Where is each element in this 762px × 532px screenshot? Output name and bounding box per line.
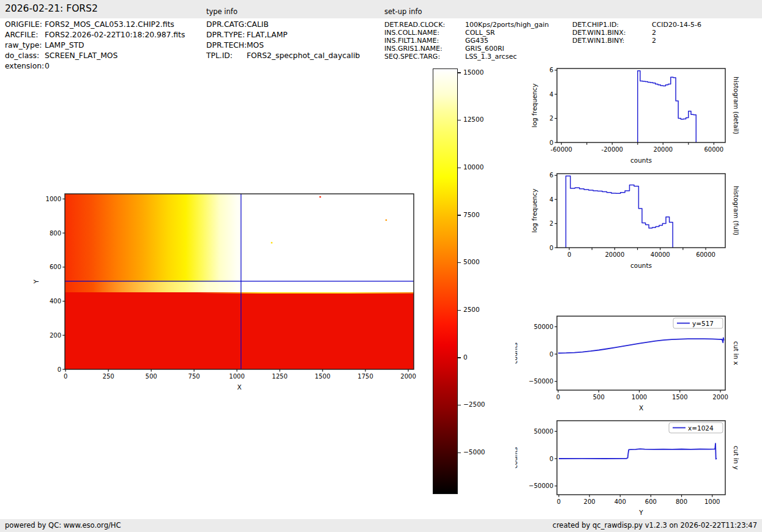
x-tick-label: 1250 bbox=[272, 373, 287, 380]
x-tick-label: 1000 bbox=[229, 373, 244, 380]
colorbar-tick bbox=[458, 310, 461, 311]
right-axis-label: cut in y bbox=[733, 446, 740, 470]
y-tick-label: 0 bbox=[58, 366, 61, 373]
x-tick-label: 0 bbox=[567, 251, 571, 258]
colorbar-tick bbox=[458, 405, 461, 405]
hot-pixel bbox=[319, 196, 321, 198]
footer-right: created by qc_rawdisp.py v1.2.3 on 2026-… bbox=[553, 521, 757, 530]
colorbar-tick-label: 15000 bbox=[463, 68, 484, 76]
x-tick-label: 800 bbox=[676, 498, 687, 505]
right-axis-label: histogram (detail) bbox=[733, 76, 740, 134]
colorbar-tick bbox=[458, 120, 461, 120]
footer-bar: powered by QC: www.eso.org/HC created by… bbox=[0, 519, 762, 532]
colorbar-tick-label: 10000 bbox=[463, 163, 484, 171]
x-tick-label: 60000 bbox=[696, 251, 715, 258]
x-tick-label: 40000 bbox=[651, 251, 670, 258]
y-tick-label: 0 bbox=[550, 245, 553, 251]
x-tick-label: 1500 bbox=[672, 394, 687, 401]
y-tick-label: 800 bbox=[50, 230, 61, 237]
main-image-plot: 0250500750100012501500175020000200400600… bbox=[23, 189, 432, 399]
colorbar-tick-label: 2500 bbox=[463, 306, 480, 313]
x-tick-label: 500 bbox=[593, 394, 605, 401]
x-tick-label: 2000 bbox=[400, 373, 416, 380]
legend-label: x=1024 bbox=[688, 424, 714, 432]
x-axis-label: X bbox=[237, 383, 241, 391]
y-tick-label: 50000 bbox=[534, 323, 553, 330]
hist-full-series bbox=[566, 176, 673, 248]
y-tick-label: 1000 bbox=[46, 196, 61, 202]
x-tick-label: 0 bbox=[556, 394, 560, 401]
x-tick-label: 2000 bbox=[712, 394, 728, 401]
colorbar-tick-label: 5000 bbox=[463, 258, 480, 265]
y-tick-label: −50000 bbox=[529, 378, 553, 385]
x-axis-label: Y bbox=[638, 509, 643, 516]
x-tick-label: 400 bbox=[614, 498, 626, 505]
x-tick-label: 600 bbox=[645, 498, 657, 505]
x-tick-label: 250 bbox=[103, 373, 114, 380]
hist-detail-series bbox=[638, 71, 697, 142]
y-axis-label: log frequency bbox=[531, 83, 538, 127]
x-tick-label: 60000 bbox=[704, 146, 723, 153]
colorbar-tick bbox=[458, 215, 461, 215]
cut-y-plot: 02004006008001000−50000050000Ycountscut … bbox=[515, 416, 744, 524]
colorbar-tick-label: 0 bbox=[463, 353, 468, 361]
legend-label: y=517 bbox=[692, 320, 714, 327]
colorbar-tick bbox=[458, 453, 461, 453]
x-tick-label: 750 bbox=[189, 373, 200, 380]
x-tick-label: -20000 bbox=[602, 146, 623, 153]
y-tick-label: −50000 bbox=[529, 482, 553, 489]
cut-y-series bbox=[559, 443, 717, 459]
x-tick-label: 1000 bbox=[632, 394, 647, 401]
colorbar-tick-label: 12500 bbox=[463, 116, 484, 123]
y-tick-label: 2 bbox=[550, 220, 553, 227]
hist-detail-plot: -60000-2000020000600000246countslog freq… bbox=[515, 64, 744, 172]
y-tick-label: 6 bbox=[550, 172, 553, 179]
x-axis-label: counts bbox=[630, 157, 652, 164]
x-tick-label: 20000 bbox=[605, 251, 624, 258]
right-axis-label: cut in x bbox=[733, 341, 740, 365]
x-tick-label: 20000 bbox=[653, 146, 673, 153]
y-axis-label: counts bbox=[515, 342, 518, 364]
colorbar-tick-label: −2500 bbox=[463, 401, 485, 408]
hot-pixel bbox=[386, 220, 387, 221]
y-tick-label: 6 bbox=[550, 67, 553, 73]
x-tick-label: -60000 bbox=[551, 146, 572, 153]
cut-x-plot: 0500100015002000−50000050000Xcountscut i… bbox=[515, 311, 744, 419]
y-tick-label: 600 bbox=[50, 264, 61, 270]
x-tick-label: 0 bbox=[557, 498, 561, 505]
y-axis-label: log frequency bbox=[531, 188, 538, 232]
x-tick-label: 200 bbox=[584, 498, 596, 505]
x-tick-label: 0 bbox=[64, 373, 67, 380]
y-tick-label: 400 bbox=[50, 298, 61, 305]
qc-report-page: 2026-02-21: FORS2 type info set-up info … bbox=[0, 0, 762, 532]
y-tick-label: 4 bbox=[550, 196, 553, 203]
colorbar-tick bbox=[458, 357, 461, 358]
colorbar-tick-label: −5000 bbox=[463, 448, 485, 456]
y-tick-label: 0 bbox=[550, 456, 553, 462]
colorbar bbox=[433, 68, 458, 494]
x-tick-label: 1750 bbox=[357, 373, 373, 380]
x-tick-label: 1000 bbox=[704, 498, 720, 505]
y-tick-label: 0 bbox=[550, 351, 553, 358]
footer-left: powered by QC: www.eso.org/HC bbox=[5, 521, 121, 530]
plots-area: 0250500750100012501500175020000200400600… bbox=[0, 0, 762, 532]
y-tick-label: 4 bbox=[550, 91, 553, 98]
colorbar-tick bbox=[458, 262, 461, 263]
y-tick-label: 50000 bbox=[534, 428, 553, 435]
colorbar-tick bbox=[458, 168, 461, 168]
hist-full-plot: 02000040000600000246countslog frequencyh… bbox=[515, 169, 744, 277]
right-axis-label: histogram (full) bbox=[733, 186, 740, 235]
colorbar-tick bbox=[458, 72, 461, 73]
cut-x-series bbox=[558, 338, 724, 353]
y-tick-label: 200 bbox=[50, 332, 61, 339]
x-tick-label: 500 bbox=[146, 373, 157, 380]
y-axis-label: Y bbox=[32, 279, 40, 284]
x-axis-label: counts bbox=[630, 262, 652, 269]
y-tick-label: 0 bbox=[550, 139, 553, 146]
colorbar-tick-label: 7500 bbox=[463, 211, 480, 218]
y-axis-label: counts bbox=[515, 447, 518, 468]
hot-pixel bbox=[271, 242, 272, 243]
y-tick-label: 2 bbox=[550, 115, 553, 122]
x-tick-label: 1500 bbox=[315, 373, 330, 380]
x-axis-label: X bbox=[639, 404, 643, 412]
